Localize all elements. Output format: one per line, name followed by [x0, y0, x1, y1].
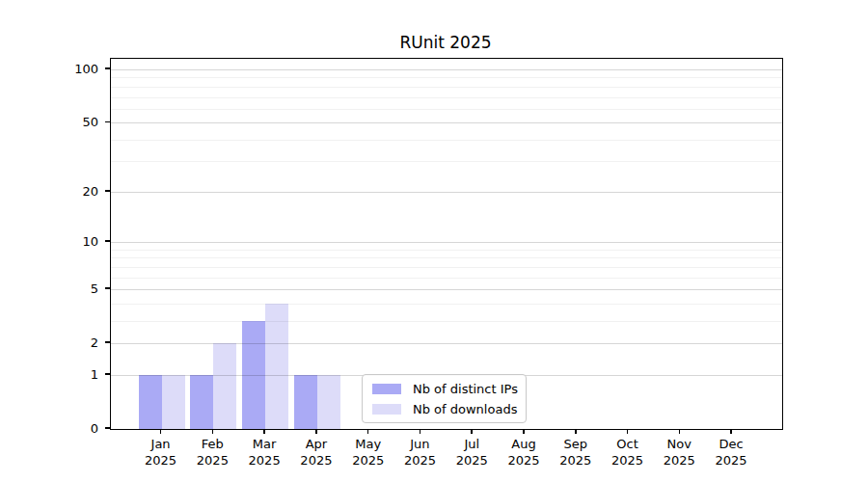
x-tick-mark-dec [730, 430, 732, 435]
bar-downloads-jan [162, 375, 185, 429]
y-tick-label-2: 2 [0, 335, 98, 350]
bar-distinct-ips-feb [190, 375, 213, 429]
x-tick-label-month: Mar [235, 436, 293, 452]
figure: RUnit 2025 Nb of distinct IPs Nb of down… [0, 0, 868, 482]
bar-downloads-mar [265, 304, 288, 429]
y-tick-label-100: 100 [0, 62, 98, 76]
x-tick-label-jan: Jan2025 [132, 436, 190, 469]
x-tick-mark-mar [263, 430, 265, 435]
gridline-minor-4 [111, 304, 782, 305]
gridline-major-100 [111, 69, 782, 70]
x-tick-label-oct: Oct2025 [599, 436, 657, 469]
x-tick-label-apr: Apr2025 [287, 436, 345, 469]
gridline-minor-70 [111, 97, 782, 98]
x-tick-label-year: 2025 [183, 452, 241, 469]
bar-downloads-feb [213, 343, 236, 429]
x-tick-mark-sep [575, 430, 577, 435]
x-tick-label-month: Jun [391, 436, 448, 452]
gridline-minor-9 [111, 250, 782, 251]
x-tick-label-mar: Mar2025 [235, 436, 293, 469]
y-tick-mark-2 [105, 341, 110, 343]
gridline-minor-8 [111, 257, 782, 258]
legend: Nb of distinct IPs Nb of downloads [362, 374, 527, 423]
chart-title: RUnit 2025 [110, 33, 781, 52]
gridline-minor-7 [111, 267, 782, 268]
x-tick-label-year: 2025 [547, 452, 605, 469]
legend-item-downloads: Nb of downloads [372, 402, 516, 416]
legend-label-downloads: Nb of downloads [413, 402, 517, 416]
gridline-minor-60 [111, 109, 782, 110]
x-tick-label-year: 2025 [287, 452, 345, 469]
y-tick-mark-0 [105, 427, 110, 429]
x-tick-mark-oct [627, 430, 629, 435]
x-tick-mark-may [367, 430, 369, 435]
x-tick-mark-jan [160, 430, 162, 435]
y-tick-label-10: 10 [0, 234, 98, 249]
gridline-minor-90 [111, 77, 782, 78]
x-tick-mark-aug [523, 430, 525, 435]
x-tick-label-year: 2025 [599, 452, 657, 469]
legend-swatch-downloads [372, 404, 401, 415]
legend-label-distinct-ips: Nb of distinct IPs [413, 382, 518, 396]
x-tick-label-month: Sep [547, 436, 605, 452]
y-tick-mark-50 [105, 121, 110, 123]
y-tick-label-20: 20 [0, 183, 98, 198]
gridline-minor-3 [111, 321, 782, 322]
x-tick-label-month: Jul [443, 436, 501, 452]
x-tick-label-year: 2025 [702, 452, 760, 469]
x-tick-label-nov: Nov2025 [650, 436, 708, 469]
bar-distinct-ips-apr [294, 375, 317, 429]
x-tick-label-month: Apr [287, 436, 345, 452]
x-tick-mark-apr [315, 430, 317, 435]
x-tick-mark-jun [420, 430, 421, 435]
gridline-minor-40 [111, 140, 782, 141]
x-tick-label-year: 2025 [235, 452, 293, 469]
gridline-major-50 [111, 122, 782, 123]
x-tick-label-year: 2025 [339, 452, 397, 469]
x-tick-label-year: 2025 [391, 452, 448, 469]
gridline-major-20 [111, 192, 782, 193]
y-tick-mark-1 [105, 373, 110, 375]
x-tick-label-month: May [339, 436, 397, 452]
gridline-major-5 [111, 289, 782, 290]
plot-area: Nb of distinct IPs Nb of downloads [110, 58, 783, 430]
y-tick-label-50: 50 [0, 115, 98, 129]
x-tick-mark-jul [471, 430, 473, 435]
x-tick-label-jul: Jul2025 [443, 436, 501, 469]
legend-item-distinct-ips: Nb of distinct IPs [372, 382, 516, 396]
gridline-minor-6 [111, 278, 782, 279]
y-tick-mark-20 [105, 190, 110, 192]
gridline-minor-30 [111, 161, 782, 162]
y-tick-mark-5 [105, 287, 110, 289]
gridline-major-10 [111, 242, 782, 243]
x-tick-label-month: Feb [183, 436, 241, 452]
y-tick-label-1: 1 [0, 366, 98, 381]
x-tick-label-month: Oct [599, 436, 657, 452]
x-tick-label-year: 2025 [495, 452, 553, 469]
x-tick-label-month: Dec [702, 436, 760, 452]
x-tick-mark-feb [212, 430, 214, 435]
gridline-major-2 [111, 343, 782, 344]
x-tick-label-aug: Aug2025 [495, 436, 553, 469]
y-tick-mark-100 [105, 67, 110, 69]
bar-downloads-apr [317, 375, 340, 429]
x-tick-label-feb: Feb2025 [183, 436, 241, 469]
x-tick-label-sep: Sep2025 [547, 436, 605, 469]
x-tick-label-year: 2025 [443, 452, 501, 469]
x-tick-label-month: Nov [650, 436, 708, 452]
y-tick-label-0: 0 [0, 421, 98, 436]
legend-swatch-distinct-ips [372, 384, 401, 394]
x-tick-label-month: Aug [495, 436, 553, 452]
x-tick-label-may: May2025 [339, 436, 397, 469]
y-tick-mark-10 [105, 240, 110, 242]
gridline-minor-80 [111, 87, 782, 88]
x-tick-label-dec: Dec2025 [702, 436, 760, 469]
x-tick-label-month: Jan [132, 436, 190, 452]
x-tick-label-year: 2025 [650, 452, 708, 469]
bar-distinct-ips-jan [139, 375, 162, 429]
x-tick-mark-nov [679, 430, 681, 435]
x-tick-label-jun: Jun2025 [391, 436, 448, 469]
x-tick-label-year: 2025 [132, 452, 190, 469]
y-tick-label-5: 5 [0, 281, 98, 296]
